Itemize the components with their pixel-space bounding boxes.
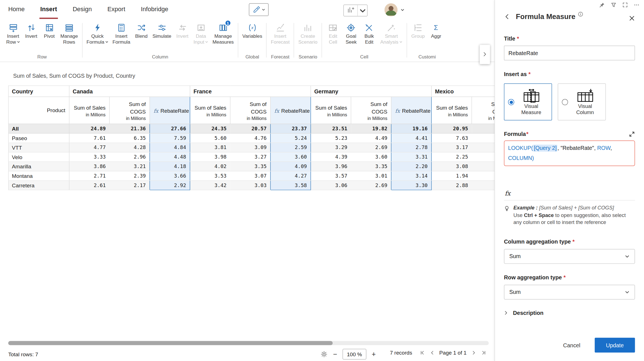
data-cell[interactable]: 1.94 (432, 171, 472, 181)
annotate-tool-button[interactable] (249, 3, 269, 16)
data-cell[interactable]: 20.57 (230, 124, 271, 133)
previous-page-button[interactable] (429, 350, 435, 355)
data-cell[interactable]: 4.39 (311, 152, 351, 162)
data-cell[interactable]: 3.09 (230, 143, 271, 152)
data-cell[interactable]: 4.76 (230, 133, 271, 143)
data-cell[interactable]: 21.36 (110, 124, 150, 133)
data-cell[interactable]: 2.78 (391, 143, 432, 152)
data-cell[interactable]: 2.71 (69, 171, 110, 181)
ribbon-button-insert-forecast[interactable]: InsertForecast (269, 19, 292, 45)
data-cell[interactable]: 24.89 (69, 124, 110, 133)
measure-header-cogs[interactable]: Sum of COGSin Millions (472, 97, 494, 124)
measure-header-sales[interactable]: Sum of Salesin Millions (190, 97, 230, 124)
measure-header-rebate[interactable]: fxRebateRate (271, 97, 311, 124)
data-cell[interactable]: 3.96 (311, 162, 351, 171)
data-cell[interactable]: 2.61 (69, 181, 110, 190)
row-header[interactable]: Carretera (8, 181, 69, 190)
more-options-icon[interactable] (634, 2, 640, 8)
visual-column-radio[interactable] (562, 99, 568, 105)
data-cell[interactable] (472, 171, 494, 181)
avatar-menu-chevron[interactable] (401, 8, 405, 12)
column-aggregation-select[interactable]: Sum (504, 249, 635, 264)
corner-product-header[interactable]: Product (8, 97, 69, 124)
data-cell[interactable]: 4.41 (391, 133, 432, 143)
measure-header-sales[interactable]: Sum of Salesin Millions (311, 97, 351, 124)
zoom-out-button[interactable]: − (332, 351, 338, 358)
back-button[interactable] (504, 13, 510, 20)
ribbon-button-invert-columns[interactable]: Invert (173, 19, 191, 39)
data-cell[interactable]: 19.16 (391, 124, 432, 133)
data-cell[interactable]: 3.81 (190, 143, 230, 152)
ribbon-button-variables[interactable]: xVariables (240, 19, 264, 39)
measure-header-rebate[interactable]: fxRebateRate (391, 97, 432, 124)
data-cell[interactable] (472, 143, 494, 152)
measure-header-sales[interactable]: Sum of Salesin Millions (432, 97, 472, 124)
data-cell[interactable]: 3.17 (432, 143, 472, 152)
data-cell[interactable]: 4.27 (271, 171, 311, 181)
data-cell[interactable]: 3.60 (271, 152, 311, 162)
data-cell[interactable]: 4.84 (150, 143, 190, 152)
country-group-header[interactable]: Canada (69, 86, 190, 97)
visual-column-option[interactable]: Visual Column (558, 83, 606, 120)
data-cell[interactable]: 3.21 (110, 162, 150, 171)
data-cell[interactable]: 7.63 (432, 133, 472, 143)
tab-insert[interactable]: Insert (39, 0, 58, 19)
data-cell[interactable]: 20.95 (432, 124, 472, 133)
data-cell[interactable]: 24.35 (190, 124, 230, 133)
update-button[interactable]: Update (595, 338, 635, 353)
data-cell[interactable]: 23.51 (311, 124, 351, 133)
data-cell[interactable]: 2.25 (432, 152, 472, 162)
data-cell[interactable]: 3.08 (432, 162, 472, 171)
ribbon-button-simulate[interactable]: Simulate (150, 19, 173, 39)
data-cell[interactable]: 3.86 (69, 162, 110, 171)
data-cell[interactable]: 3.30 (391, 181, 432, 190)
ribbon-button-smart-analysis[interactable]: SmartAnalysis (378, 19, 404, 45)
data-cell[interactable]: 3.42 (190, 181, 230, 190)
data-cell[interactable]: 3.06 (311, 181, 351, 190)
ribbon-button-aggregate[interactable]: ΣAggr (427, 19, 445, 39)
measure-header-sales[interactable]: Sum of Salesin Millions (69, 97, 110, 124)
close-button[interactable] (629, 15, 635, 21)
filter-icon[interactable] (611, 2, 617, 8)
data-cell[interactable]: 4.77 (69, 143, 110, 152)
country-group-header[interactable]: Germany (311, 86, 432, 97)
ribbon-overflow-button[interactable] (480, 45, 490, 64)
data-cell[interactable]: 4.28 (110, 143, 150, 152)
row-header[interactable]: All (8, 124, 69, 133)
data-cell[interactable]: 4.48 (150, 152, 190, 162)
data-cell[interactable]: 19.82 (351, 124, 391, 133)
row-header[interactable]: VTT (8, 143, 69, 152)
data-cell[interactable]: 3.57 (311, 171, 351, 181)
data-cell[interactable]: 3.07 (230, 171, 271, 181)
data-cell[interactable] (472, 124, 494, 133)
data-cell[interactable]: 3.33 (69, 152, 110, 162)
data-cell[interactable]: 2.17 (110, 181, 150, 190)
row-header[interactable]: Montana (8, 171, 69, 181)
ribbon-button-invert-rows[interactable]: Invert (22, 19, 40, 39)
data-cell[interactable]: 3.03 (230, 181, 271, 190)
measure-header-cogs[interactable]: Sum of COGSin Millions (110, 97, 150, 124)
country-group-header[interactable]: Mexico (432, 86, 494, 97)
data-cell[interactable]: 3.66 (150, 171, 190, 181)
ribbon-button-bulk-edit[interactable]: BulkEdit (360, 19, 378, 45)
data-cell[interactable] (472, 162, 494, 171)
row-aggregation-select[interactable]: Sum (504, 285, 635, 299)
first-page-button[interactable] (420, 350, 425, 355)
data-cell[interactable]: 4.02 (190, 162, 230, 171)
tab-export[interactable]: Export (106, 0, 126, 19)
title-input[interactable] (504, 46, 635, 60)
visual-measure-option[interactable]: Visual Measure (504, 83, 552, 120)
data-cell[interactable] (472, 181, 494, 190)
ribbon-button-edit-cell[interactable]: EditCell (324, 19, 342, 45)
data-cell[interactable]: 3.27 (230, 152, 271, 162)
next-page-button[interactable] (471, 350, 476, 355)
visual-measure-radio[interactable] (508, 99, 514, 105)
tab-home[interactable]: Home (7, 0, 25, 19)
zoom-input[interactable] (342, 349, 366, 360)
row-header[interactable]: Amarilla (8, 162, 69, 171)
data-cell[interactable]: 3.14 (391, 171, 432, 181)
pin-icon[interactable] (599, 2, 605, 8)
measure-header-cogs[interactable]: Sum of COGSin Millions (351, 97, 391, 124)
measure-header-cogs[interactable]: Sum of COGSin Millions (230, 97, 271, 124)
data-cell[interactable]: 23.37 (271, 124, 311, 133)
